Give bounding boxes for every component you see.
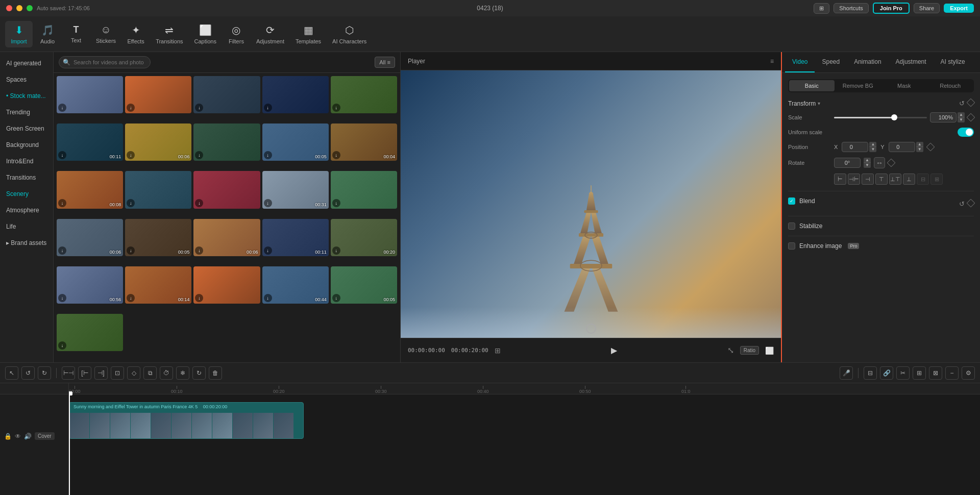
tl-speed-btn[interactable]: ⏱ bbox=[160, 366, 173, 380]
shortcuts-btn[interactable]: Shortcuts bbox=[834, 3, 868, 13]
media-thumb-7[interactable]: 00:06↓ bbox=[125, 123, 191, 161]
media-thumb-1[interactable]: ↓ bbox=[57, 76, 123, 113]
thumb-download-6[interactable]: ↓ bbox=[58, 151, 66, 159]
thumb-download-16[interactable]: ↓ bbox=[58, 246, 66, 255]
tl-redo-btn[interactable]: ↻ bbox=[38, 366, 51, 380]
video-clip[interactable]: Sunny morning and Eiffel Tower in autumn… bbox=[69, 402, 304, 439]
media-thumb-21[interactable]: 00:56↓ bbox=[57, 266, 123, 304]
tl-lock-icon[interactable]: 🔒 bbox=[4, 433, 12, 440]
tl-layout-btn[interactable]: ⊠ bbox=[929, 366, 942, 380]
tl-trim-left-btn[interactable]: [⊢ bbox=[78, 366, 91, 380]
ratio-btn[interactable]: Ratio bbox=[740, 346, 759, 355]
tab-animation[interactable]: Animation bbox=[847, 52, 888, 72]
thumb-download-24[interactable]: ↓ bbox=[264, 294, 272, 302]
thumb-download-7[interactable]: ↓ bbox=[127, 151, 135, 159]
thumb-download-8[interactable]: ↓ bbox=[195, 151, 203, 159]
position-keyframe-btn[interactable] bbox=[926, 143, 935, 152]
tl-select-btn[interactable]: ↖ bbox=[5, 366, 18, 380]
sub-tab-basic[interactable]: Basic bbox=[789, 80, 835, 91]
search-input[interactable] bbox=[59, 56, 151, 68]
tl-freeze-btn[interactable]: ❄ bbox=[176, 366, 189, 380]
traffic-green[interactable] bbox=[27, 5, 33, 11]
sidebar-item-background[interactable]: Background bbox=[2, 137, 51, 153]
distribute-v-btn[interactable]: ⊞ bbox=[930, 174, 943, 185]
align-left-btn[interactable]: ⊢ bbox=[834, 174, 846, 185]
sub-tab-retouch[interactable]: Retouch bbox=[928, 80, 973, 91]
thumb-download-5[interactable]: ↓ bbox=[332, 104, 340, 112]
media-thumb-16[interactable]: 00:06↓ bbox=[57, 219, 123, 256]
tab-speed[interactable]: Speed bbox=[815, 52, 847, 72]
media-thumb-15[interactable]: ↓ bbox=[331, 171, 397, 208]
scale-slider[interactable] bbox=[834, 117, 927, 118]
thumb-download-19[interactable]: ↓ bbox=[264, 246, 272, 255]
media-thumb-10[interactable]: 00:04↓ bbox=[331, 123, 397, 161]
window-control-btn[interactable]: ⊞ bbox=[814, 3, 829, 14]
scale-up-btn[interactable]: ▲ bbox=[958, 112, 965, 117]
toolbar-ai-characters[interactable]: ⬡ AI Characters bbox=[327, 21, 372, 47]
pos-y-down[interactable]: ▼ bbox=[916, 147, 923, 152]
media-thumb-17[interactable]: 00:05↓ bbox=[125, 219, 191, 256]
tl-trim-right-btn[interactable]: ⊣] bbox=[94, 366, 108, 380]
tl-split-btn[interactable]: ⊢⊣ bbox=[62, 366, 75, 380]
sidebar-item-spaces[interactable]: Spaces bbox=[2, 72, 51, 87]
tl-mic-btn[interactable]: 🎤 bbox=[840, 366, 853, 380]
thumb-download-10[interactable]: ↓ bbox=[332, 151, 340, 159]
media-thumb-11[interactable]: 00:08↓ bbox=[57, 171, 123, 208]
sidebar-item-scenery[interactable]: Scenery bbox=[2, 186, 51, 202]
join-pro-btn[interactable]: Join Pro bbox=[873, 3, 910, 14]
scale-keyframe-btn[interactable] bbox=[967, 113, 975, 122]
pos-y-up[interactable]: ▲ bbox=[916, 142, 923, 147]
sidebar-item-ai-generated[interactable]: AI generated bbox=[2, 56, 51, 71]
cover-btn[interactable]: Cover bbox=[35, 432, 55, 440]
thumb-download-25[interactable]: ↓ bbox=[332, 294, 340, 302]
thumb-download-13[interactable]: ↓ bbox=[195, 199, 203, 207]
blend-reset-btn[interactable]: ↺ bbox=[959, 200, 965, 208]
media-thumb-26[interactable]: ↓ bbox=[57, 314, 123, 351]
tab-video[interactable]: Video bbox=[785, 52, 815, 72]
media-thumb-8[interactable]: ↓ bbox=[193, 123, 260, 161]
tl-duplicate-btn[interactable]: ⧉ bbox=[143, 366, 157, 380]
thumb-download-2[interactable]: ↓ bbox=[127, 104, 135, 112]
tl-connect-btn[interactable]: ⊞ bbox=[913, 366, 926, 380]
toolbar-captions[interactable]: ⬜ Captions bbox=[189, 21, 222, 47]
media-thumb-4[interactable]: ↓ bbox=[262, 76, 329, 113]
thumb-download-18[interactable]: ↓ bbox=[195, 246, 203, 255]
blend-keyframe-btn[interactable] bbox=[967, 199, 975, 207]
rotate-input[interactable] bbox=[834, 158, 861, 168]
toolbar-adjustment[interactable]: ⟳ Adjustment bbox=[251, 21, 289, 47]
thumb-download-4[interactable]: ↓ bbox=[264, 104, 272, 112]
blend-checkbox[interactable]: ✓ bbox=[788, 197, 795, 205]
traffic-yellow[interactable] bbox=[16, 5, 22, 11]
pos-x-down[interactable]: ▼ bbox=[869, 147, 876, 152]
align-center-h-btn[interactable]: ⊣⊢ bbox=[848, 174, 860, 185]
media-thumb-22[interactable]: 00:14↓ bbox=[125, 266, 191, 304]
toolbar-import[interactable]: ⬇ Import bbox=[5, 21, 33, 47]
media-thumb-5[interactable]: ↓ bbox=[331, 76, 397, 113]
player-menu-btn[interactable]: ≡ bbox=[770, 58, 774, 65]
thumb-download-14[interactable]: ↓ bbox=[264, 199, 272, 207]
tl-settings-btn[interactable]: ⚙ bbox=[962, 366, 975, 380]
tl-eye-icon[interactable]: 👁 bbox=[15, 433, 21, 440]
stabilize-checkbox[interactable] bbox=[788, 222, 795, 230]
toolbar-effects[interactable]: ✦ Effects bbox=[122, 21, 150, 47]
enhance-checkbox[interactable] bbox=[788, 242, 795, 250]
tl-mask-btn[interactable]: ◇ bbox=[127, 366, 140, 380]
tl-crop-btn[interactable]: ⊡ bbox=[111, 366, 124, 380]
media-thumb-24[interactable]: 00:44↓ bbox=[262, 266, 329, 304]
rotate-keyframe-btn[interactable] bbox=[887, 159, 896, 167]
thumb-download-21[interactable]: ↓ bbox=[58, 294, 66, 302]
thumb-download-26[interactable]: ↓ bbox=[58, 341, 66, 350]
thumb-download-15[interactable]: ↓ bbox=[332, 199, 340, 207]
toolbar-filters[interactable]: ◎ Filters bbox=[223, 21, 250, 47]
media-thumb-23[interactable]: ↓ bbox=[193, 266, 260, 304]
media-thumb-2[interactable]: ↓ bbox=[125, 76, 191, 113]
sub-tab-remove-bg[interactable]: Remove BG bbox=[836, 80, 881, 91]
toolbar-text[interactable]: T Text bbox=[62, 21, 90, 46]
tl-link-btn[interactable]: 🔗 bbox=[880, 366, 893, 380]
scrubber-circle[interactable] bbox=[586, 324, 596, 334]
media-thumb-9[interactable]: 00:05↓ bbox=[262, 123, 329, 161]
media-thumb-20[interactable]: 00:20↓ bbox=[331, 219, 397, 256]
thumb-download-12[interactable]: ↓ bbox=[127, 199, 135, 207]
distribute-h-btn[interactable]: ⊟ bbox=[917, 174, 929, 185]
uniform-scale-toggle[interactable] bbox=[958, 128, 974, 137]
